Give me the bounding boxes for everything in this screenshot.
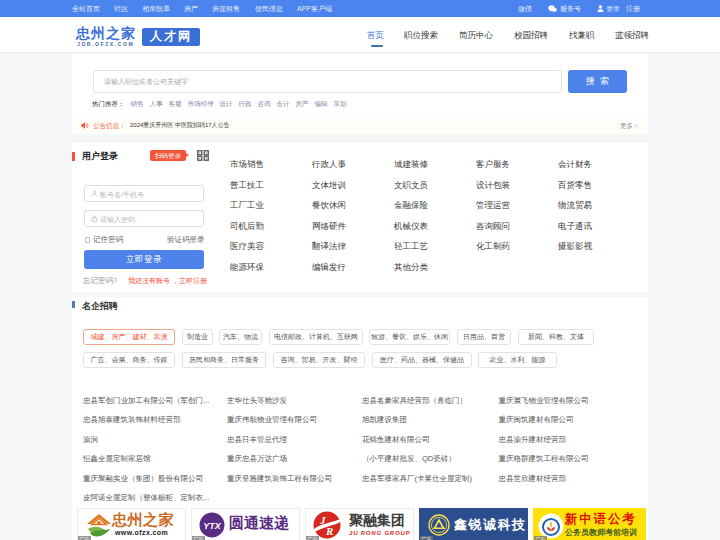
svg-text:R: R — [325, 525, 333, 537]
svg-text:YTX: YTX — [203, 521, 222, 531]
svg-text:J: J — [319, 514, 326, 526]
